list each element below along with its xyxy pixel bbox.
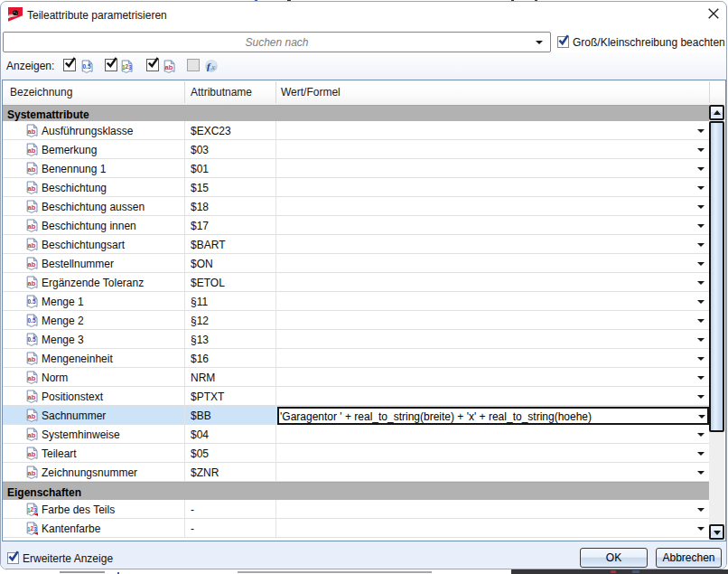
svg-text:x: x (210, 62, 215, 71)
